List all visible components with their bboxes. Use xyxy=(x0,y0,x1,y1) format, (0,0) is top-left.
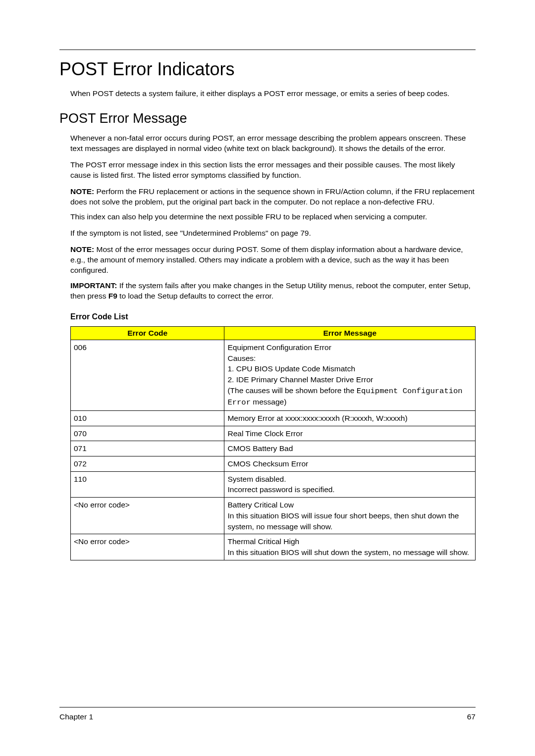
table-title: Error Code List xyxy=(70,312,476,321)
cell-code: 006 xyxy=(71,340,224,410)
footer-page-number: 67 xyxy=(467,712,476,721)
msg-span: (The causes will be shown before the xyxy=(227,386,356,395)
msg-line: 1. CPU BIOS Update Code Mismatch xyxy=(227,363,472,374)
important-label: IMPORTANT: xyxy=(70,281,117,291)
body-paragraph-4: If the symptom is not listed, see "Undet… xyxy=(70,228,476,239)
section-heading-post-error-message: POST Error Message xyxy=(59,111,476,126)
note-2-label: NOTE: xyxy=(70,245,94,255)
cell-message: System disabled. Incorrect password is s… xyxy=(224,471,476,497)
msg-span: message) xyxy=(251,398,286,406)
table-row: 071 CMOS Battery Bad xyxy=(71,441,476,456)
table-row: <No error code> Battery Critical Low In … xyxy=(71,498,476,534)
cell-code: <No error code> xyxy=(71,498,224,534)
important-key: F9 xyxy=(108,292,117,300)
cell-message: CMOS Battery Bad xyxy=(224,441,476,456)
footer-rule xyxy=(59,707,476,707)
page-title: POST Error Indicators xyxy=(59,59,476,80)
msg-line: System disabled. xyxy=(227,474,472,485)
table-row: 006 Equipment Configuration Error Causes… xyxy=(71,340,476,410)
table-header-row: Error Code Error Message xyxy=(71,326,476,340)
top-rule xyxy=(59,50,476,50)
table-row: 110 System disabled. Incorrect password … xyxy=(71,471,476,497)
note-1-label: NOTE: xyxy=(70,187,94,197)
cell-message: Real Time Clock Error xyxy=(224,426,476,441)
msg-line: 2. IDE Primary Channel Master Drive Erro… xyxy=(227,374,472,385)
table-row: <No error code> Thermal Critical High In… xyxy=(71,534,476,560)
msg-line: Thermal Critical High xyxy=(227,536,472,547)
table-row: 070 Real Time Clock Error xyxy=(71,426,476,441)
msg-line: Incorrect password is specified. xyxy=(227,484,472,495)
cell-message: CMOS Checksum Error xyxy=(224,456,476,472)
msg-line: Equipment Configuration Error xyxy=(227,342,472,353)
msg-line: Battery Critical Low xyxy=(227,500,472,510)
table-row: 010 Memory Error at xxxx:xxxx:xxxxh (R:x… xyxy=(71,411,476,426)
cell-code: 010 xyxy=(71,411,224,426)
msg-line: In this situation BIOS will shut down th… xyxy=(227,547,472,558)
cell-message: Memory Error at xxxx:xxxx:xxxxh (R:xxxxh… xyxy=(224,411,476,426)
msg-line: (The causes will be shown before the Equ… xyxy=(227,385,472,408)
error-code-table: Error Code Error Message 006 Equipment C… xyxy=(70,326,476,560)
note-1: NOTE: Perform the FRU replacement or act… xyxy=(70,187,476,207)
cell-code: <No error code> xyxy=(71,534,224,560)
cell-message: Thermal Critical High In this situation … xyxy=(224,534,476,560)
body-paragraph-3: This index can also help you determine t… xyxy=(70,212,476,222)
cell-message: Equipment Configuration Error Causes: 1.… xyxy=(224,340,476,410)
header-error-message: Error Message xyxy=(224,326,476,340)
cell-code: 110 xyxy=(71,471,224,497)
footer-row: Chapter 1 67 xyxy=(59,712,476,721)
footer-chapter: Chapter 1 xyxy=(59,712,93,721)
note-2-body: Most of the error messages occur during … xyxy=(70,245,463,274)
cell-code: 072 xyxy=(71,456,224,472)
page-content: POST Error Indicators When POST detects … xyxy=(59,50,476,560)
important-body-b: to load the Setup defaults to correct th… xyxy=(117,292,273,300)
msg-line: In this situation BIOS will issue four s… xyxy=(227,510,472,532)
intro-paragraph: When POST detects a system failure, it e… xyxy=(70,89,476,99)
note-2: NOTE: Most of the error messages occur d… xyxy=(70,245,476,276)
note-1-body: Perform the FRU replacement or actions i… xyxy=(70,187,475,206)
cell-code: 070 xyxy=(71,426,224,441)
cell-code: 071 xyxy=(71,441,224,456)
body-paragraph-1: Whenever a non-fatal error occurs during… xyxy=(70,133,476,154)
important-note: IMPORTANT: If the system fails after you… xyxy=(70,281,476,302)
msg-line: Causes: xyxy=(227,353,472,364)
footer: Chapter 1 67 xyxy=(59,707,476,721)
body-paragraph-2: The POST error message index in this sec… xyxy=(70,160,476,181)
header-error-code: Error Code xyxy=(71,326,224,340)
cell-message: Battery Critical Low In this situation B… xyxy=(224,498,476,534)
table-row: 072 CMOS Checksum Error xyxy=(71,456,476,472)
